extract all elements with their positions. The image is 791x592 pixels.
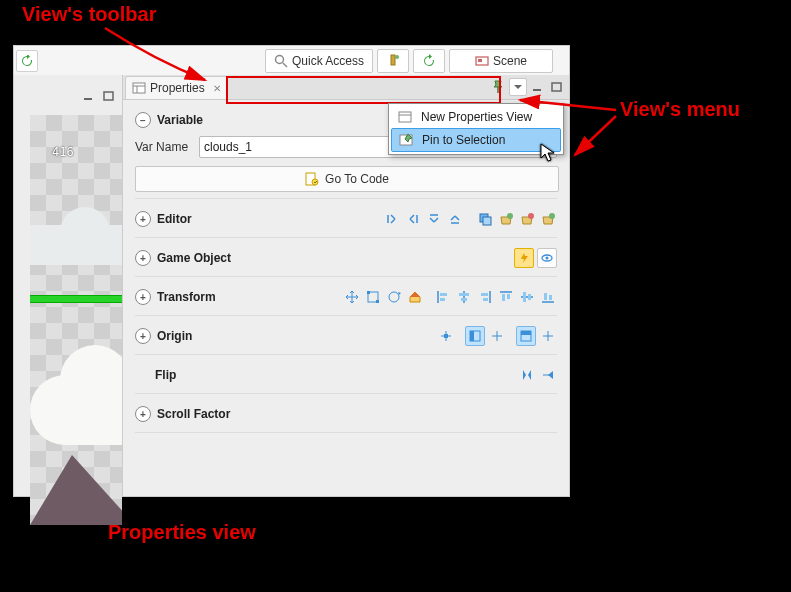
svg-rect-40: [507, 294, 510, 299]
close-icon[interactable]: ✕: [213, 83, 221, 94]
svg-rect-33: [459, 293, 469, 296]
menu-item-pin-to-selection[interactable]: Pin to Selection: [391, 128, 561, 152]
svg-line-3: [283, 63, 287, 67]
svg-rect-8: [84, 98, 92, 100]
home-tool[interactable]: [406, 288, 424, 306]
refresh-icon[interactable]: [16, 50, 38, 72]
section-scroll-factor-title: Scroll Factor: [157, 407, 230, 421]
expand-icon[interactable]: +: [135, 328, 151, 344]
align-right-tool[interactable]: [476, 288, 494, 306]
svg-rect-27: [376, 300, 379, 303]
svg-rect-55: [521, 331, 531, 335]
svg-rect-4: [391, 55, 395, 65]
collapse-icon[interactable]: −: [135, 112, 151, 128]
section-game-object: + Game Object: [135, 246, 557, 270]
svg-rect-9: [104, 92, 113, 100]
svg-point-24: [546, 257, 549, 260]
toolbar-refresh-button[interactable]: [413, 49, 445, 73]
basket-refresh-icon[interactable]: [539, 210, 557, 228]
flip-h-icon[interactable]: [518, 366, 536, 384]
section-transform-title: Transform: [157, 290, 216, 304]
section-head-editor[interactable]: + Editor: [135, 207, 557, 231]
scene-label: Scene: [493, 54, 527, 68]
section-head-transform[interactable]: + Transform: [135, 285, 557, 309]
menu-item-new-properties-view-label: New Properties View: [421, 110, 532, 124]
align-tool-3[interactable]: [425, 210, 443, 228]
basket-remove-icon[interactable]: [518, 210, 536, 228]
svg-rect-14: [533, 89, 541, 91]
svg-rect-26: [367, 291, 370, 294]
menu-item-new-properties-view[interactable]: New Properties View: [391, 106, 561, 128]
origin-btn-4[interactable]: [539, 327, 557, 345]
section-head-scroll-factor[interactable]: + Scroll Factor: [135, 402, 557, 426]
expand-icon[interactable]: +: [135, 211, 151, 227]
view-minimize-icon[interactable]: [530, 80, 546, 94]
svg-point-28: [389, 292, 399, 302]
section-scroll-factor: + Scroll Factor: [135, 402, 557, 426]
active-toggle[interactable]: [514, 248, 534, 268]
go-to-code-button[interactable]: Go To Code: [135, 166, 559, 192]
goto-code-icon: [305, 172, 319, 186]
view-maximize-icon[interactable]: [549, 80, 565, 94]
visibility-toggle[interactable]: [537, 248, 557, 268]
basket-add-icon[interactable]: [497, 210, 515, 228]
section-head-flip[interactable]: Flip: [135, 363, 557, 387]
svg-rect-39: [502, 294, 505, 301]
origin-btn-3[interactable]: [516, 326, 536, 346]
origin-btn-1[interactable]: [465, 326, 485, 346]
annotation-properties-view: Properties view: [108, 521, 256, 544]
coord-label: 416: [52, 145, 74, 159]
view-menu-button[interactable]: [509, 78, 527, 96]
svg-point-22: [549, 213, 555, 219]
section-variable-title: Variable: [157, 113, 203, 127]
view-tabbar: Properties ✕: [123, 75, 569, 100]
svg-rect-19: [483, 217, 491, 225]
expand-icon[interactable]: +: [135, 406, 151, 422]
restore-icon[interactable]: [101, 89, 117, 103]
expand-icon[interactable]: +: [135, 250, 151, 266]
align-bottom-tool[interactable]: [539, 288, 557, 306]
annotation-views-toolbar: View's toolbar: [22, 3, 156, 26]
left-pane: 416: [14, 75, 122, 495]
svg-rect-31: [440, 298, 445, 301]
align-left-tool[interactable]: [434, 288, 452, 306]
rotate-tool[interactable]: [385, 288, 403, 306]
minimize-icon[interactable]: [81, 89, 97, 103]
main-toolbar: Quick Access Scene: [14, 46, 569, 76]
section-editor: + Editor: [135, 207, 557, 231]
view-menu-dropdown: New Properties View Pin to Selection: [388, 103, 564, 155]
scene-canvas[interactable]: 416: [30, 115, 122, 525]
svg-rect-46: [549, 295, 552, 300]
align-center-h-tool[interactable]: [455, 288, 473, 306]
pin-icon[interactable]: [490, 79, 506, 95]
origin-center-icon[interactable]: [437, 327, 455, 345]
section-head-origin[interactable]: + Origin: [135, 324, 557, 348]
move-tool[interactable]: [343, 288, 361, 306]
svg-point-21: [528, 213, 534, 219]
svg-rect-49: [444, 334, 448, 338]
svg-rect-51: [470, 331, 474, 341]
tab-properties-label: Properties: [150, 81, 205, 95]
annotation-views-menu: View's menu: [620, 98, 740, 121]
pin-icon: [398, 132, 414, 148]
align-tool-1[interactable]: [383, 210, 401, 228]
copy-icon[interactable]: [476, 210, 494, 228]
svg-rect-58: [399, 112, 411, 122]
flip-v-icon[interactable]: [539, 366, 557, 384]
svg-rect-43: [528, 294, 531, 300]
section-editor-title: Editor: [157, 212, 192, 226]
scene-button[interactable]: Scene: [449, 49, 553, 73]
tab-properties[interactable]: Properties ✕: [125, 76, 228, 99]
align-tool-4[interactable]: [446, 210, 464, 228]
origin-btn-2[interactable]: [488, 327, 506, 345]
quick-access-button[interactable]: Quick Access: [265, 49, 373, 73]
align-tool-2[interactable]: [404, 210, 422, 228]
properties-icon: [132, 81, 146, 95]
align-top-tool[interactable]: [497, 288, 515, 306]
expand-icon[interactable]: +: [135, 289, 151, 305]
svg-rect-30: [440, 293, 447, 296]
section-head-game-object[interactable]: + Game Object: [135, 246, 557, 270]
toolbar-button-1[interactable]: [377, 49, 409, 73]
align-center-v-tool[interactable]: [518, 288, 536, 306]
scale-tool[interactable]: [364, 288, 382, 306]
